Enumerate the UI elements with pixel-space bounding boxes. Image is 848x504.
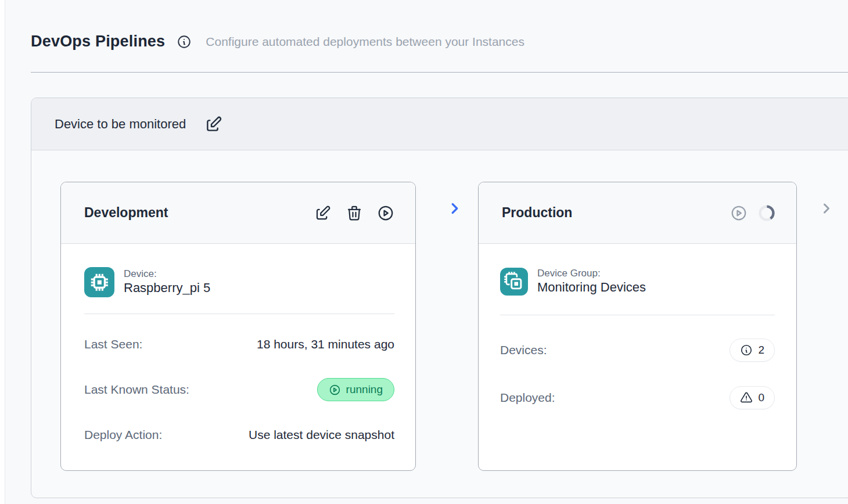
production-actions xyxy=(730,204,775,222)
loading-spinner-icon xyxy=(758,204,775,222)
deploy-action-value: Use latest device snapshot xyxy=(249,428,394,442)
production-stage-card: Production xyxy=(478,182,797,471)
last-seen-row: Last Seen: 18 hours, 31 minutes ago xyxy=(84,337,394,351)
trash-icon xyxy=(346,204,363,222)
deploy-action-row: Deploy Action: Use latest device snapsho… xyxy=(84,428,394,442)
cpu-chip-icon xyxy=(84,267,114,297)
play-circle-icon xyxy=(329,384,341,396)
deploy-action-label: Deploy Action: xyxy=(84,428,162,442)
device-block[interactable]: Device: Raspberry_pi 5 xyxy=(84,267,394,297)
production-title: Production xyxy=(502,205,572,221)
development-title: Development xyxy=(84,205,168,221)
development-actions xyxy=(314,204,394,222)
development-detail-rows: Last Seen: 18 hours, 31 minutes ago Last… xyxy=(84,337,394,442)
cpu-chip-group-icon xyxy=(500,268,528,296)
chevron-right-icon xyxy=(818,200,835,217)
edit-icon xyxy=(204,115,223,134)
development-stage-card: Development xyxy=(60,182,416,471)
deployed-row: Deployed: 0 xyxy=(500,386,775,409)
devices-label: Devices: xyxy=(500,343,547,357)
pipeline-flow-chevron-icon xyxy=(446,200,463,217)
status-badge: running xyxy=(317,378,394,401)
pipeline-panel-body: Development xyxy=(31,150,848,498)
last-seen-label: Last Seen: xyxy=(84,337,142,351)
device-group-block[interactable]: Device Group: Monitoring Devices xyxy=(500,267,775,296)
status-badge-label: running xyxy=(346,383,383,396)
production-card-body: Device Group: Monitoring Devices Devices… xyxy=(479,244,796,409)
edit-pipeline-button[interactable] xyxy=(204,115,223,134)
edit-icon xyxy=(314,204,332,222)
last-seen-value: 18 hours, 31 minutes ago xyxy=(257,337,394,351)
run-stage-button[interactable] xyxy=(377,204,394,222)
devices-count-pill[interactable]: 2 xyxy=(730,339,775,362)
device-group-name: Monitoring Devices xyxy=(537,279,646,296)
pipeline-panel: Device to be monitored Development xyxy=(31,98,848,498)
next-stage-chevron-button[interactable] xyxy=(818,200,835,218)
status-label: Last Known Status: xyxy=(84,383,189,397)
info-icon xyxy=(740,344,753,357)
play-circle-icon xyxy=(730,204,748,222)
card-divider xyxy=(84,314,394,314)
header-divider xyxy=(31,72,848,73)
page-background: DevOps Pipelines Configure automated dep… xyxy=(5,0,848,504)
page-subtitle: Configure automated deployments between … xyxy=(206,35,524,49)
production-card-header: Production xyxy=(479,182,796,244)
devices-row: Devices: 2 xyxy=(500,339,775,362)
panel-title: Device to be monitored xyxy=(55,117,186,132)
info-icon[interactable] xyxy=(177,34,192,49)
status-row: Last Known Status: running xyxy=(84,378,394,401)
development-card-body: Device: Raspberry_pi 5 Last Seen: 18 hou… xyxy=(61,244,415,442)
warning-triangle-icon xyxy=(740,391,753,404)
deployed-label: Deployed: xyxy=(500,391,555,405)
delete-stage-button[interactable] xyxy=(346,204,363,222)
production-detail-rows: Devices: 2 Deployed: 0 xyxy=(500,339,775,409)
run-stage-button-disabled[interactable] xyxy=(730,204,748,222)
pipeline-panel-header: Device to be monitored xyxy=(31,98,848,150)
page-header: DevOps Pipelines Configure automated dep… xyxy=(31,33,524,51)
device-label: Device: xyxy=(124,268,210,280)
devices-count: 2 xyxy=(758,344,764,357)
play-circle-icon xyxy=(377,204,394,222)
development-card-header: Development xyxy=(61,182,415,244)
page-title: DevOps Pipelines xyxy=(31,33,165,51)
deployed-count-pill[interactable]: 0 xyxy=(730,386,775,409)
card-divider xyxy=(500,315,775,315)
device-group-label: Device Group: xyxy=(537,267,646,279)
deployed-count: 0 xyxy=(758,391,764,404)
device-name: Raspberry_pi 5 xyxy=(124,280,210,297)
edit-stage-button[interactable] xyxy=(314,204,332,222)
